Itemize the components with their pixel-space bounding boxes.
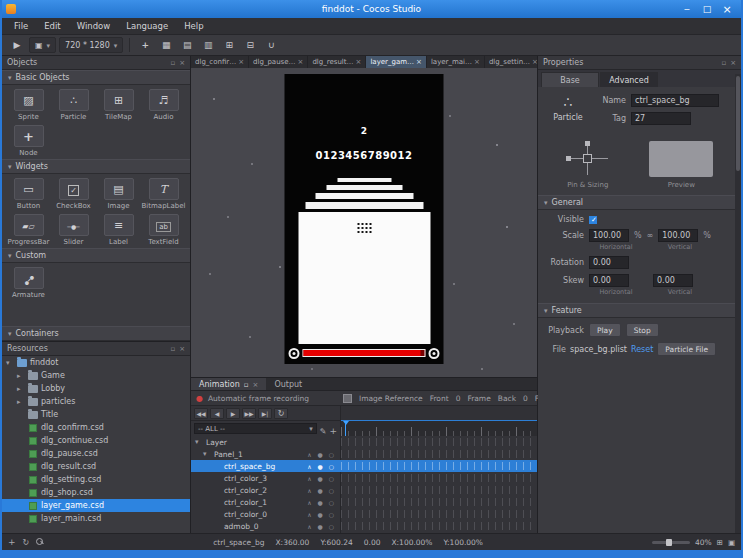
menu-item[interactable]: Language (118, 18, 176, 34)
resource-item[interactable]: dlg_confirm.csd (2, 421, 190, 434)
tab-advanced[interactable]: Advanced (600, 72, 658, 87)
timeline-ruler[interactable] (341, 406, 537, 436)
timeline-track[interactable] (341, 520, 537, 532)
toolbar-button[interactable] (199, 37, 217, 53)
resource-item[interactable]: Lobby (2, 382, 190, 395)
toolbar-button[interactable] (262, 37, 280, 53)
palette-item[interactable]: ProgressBar (6, 214, 51, 246)
expand-arrow-icon[interactable] (203, 450, 211, 458)
timeline-track[interactable] (341, 460, 537, 472)
skew-x-field[interactable] (589, 274, 629, 287)
document-tab[interactable]: layer_gam… (366, 56, 427, 68)
layer-toggle-icons[interactable] (307, 475, 340, 482)
close-tab-icon[interactable] (356, 58, 362, 66)
menu-item[interactable]: File (6, 18, 36, 34)
menu-item[interactable]: Help (176, 18, 211, 34)
toolbar-button[interactable] (220, 37, 238, 53)
palette-item[interactable]: TextField (141, 214, 186, 246)
reset-link[interactable]: Reset (631, 345, 653, 354)
section-general[interactable]: General (538, 195, 741, 210)
scale-y-field[interactable] (658, 229, 698, 242)
layer-toggle-icons[interactable] (307, 463, 340, 470)
minimize-button[interactable] (677, 3, 697, 16)
resource-item[interactable]: dlg_continue.csd (2, 434, 190, 447)
timeline-track[interactable] (341, 472, 537, 484)
palette-item[interactable]: Audio (141, 89, 186, 121)
grid-view-icon[interactable] (717, 538, 723, 547)
tag-field[interactable] (631, 112, 691, 125)
maximize-button[interactable] (697, 3, 717, 16)
record-icon[interactable] (196, 394, 203, 403)
document-tab[interactable]: dlg_result… (308, 56, 366, 68)
close-tab-icon[interactable] (238, 58, 244, 66)
panel-close-icon[interactable] (179, 59, 185, 67)
close-tab-icon[interactable] (298, 58, 304, 66)
expand-arrow-icon[interactable] (17, 385, 25, 393)
scrollbar-thumb[interactable] (736, 76, 740, 171)
layer-toggle-icons[interactable] (307, 487, 340, 494)
design-canvas[interactable]: 2 0123456789012 (191, 68, 537, 377)
scale-x-field[interactable] (589, 229, 629, 242)
tab-animation[interactable]: Animation (191, 378, 266, 390)
toolbar-button[interactable] (178, 37, 196, 53)
timeline-layer-row[interactable]: ctrl_color_1 (191, 496, 537, 508)
close-button[interactable] (717, 3, 737, 16)
timeline-track[interactable] (341, 484, 537, 496)
toolbar-button[interactable] (241, 37, 259, 53)
section-feature[interactable]: Feature (538, 303, 741, 318)
play-button[interactable]: Play (589, 323, 621, 337)
menu-item[interactable]: Edit (36, 18, 68, 34)
palette-item[interactable]: Sprite (6, 89, 51, 121)
tab-output[interactable]: Output (266, 378, 310, 390)
toolbar-button[interactable] (136, 37, 154, 53)
resource-item[interactable]: dlg_result.csd (2, 460, 190, 473)
palette-item[interactable]: Particle (51, 89, 96, 121)
panel-float-icon[interactable] (721, 59, 726, 67)
timeline-layer-row[interactable]: Panel_1 (191, 448, 537, 460)
panel-close-icon[interactable] (179, 345, 185, 353)
transport-button[interactable] (274, 408, 288, 419)
timeline-layer-row[interactable]: ctrl_color_2 (191, 484, 537, 496)
zoom-slider-thumb[interactable] (666, 539, 672, 546)
expand-arrow-icon[interactable] (17, 398, 25, 406)
refresh-icon[interactable] (23, 537, 30, 547)
resource-item[interactable]: layer_main.csd (2, 512, 190, 525)
panel-float-icon[interactable] (170, 345, 175, 353)
timeline-layer-row[interactable]: ctrl_color_0 (191, 508, 537, 520)
document-tab[interactable]: layer_mai… (427, 56, 485, 68)
fit-screen-icon[interactable] (728, 538, 735, 547)
resource-item[interactable]: dlg_shop.csd (2, 486, 190, 499)
tab-pin-icon[interactable] (244, 380, 249, 389)
palette-item[interactable]: Slider (51, 214, 96, 246)
resource-item[interactable]: Title (2, 408, 190, 421)
timeline-layer-row[interactable]: admob_0 (191, 520, 537, 532)
timeline-layer-row[interactable]: Layer (191, 436, 537, 448)
resource-item[interactable]: Game (2, 369, 190, 382)
layer-toggle-icons[interactable] (307, 511, 340, 518)
palette-item[interactable]: CheckBox (51, 178, 96, 210)
document-tab[interactable]: dlg_settin… (485, 56, 537, 68)
expand-arrow-icon[interactable] (17, 372, 25, 380)
pin-sizing-widget[interactable] (566, 141, 610, 177)
visible-checkbox[interactable] (589, 216, 597, 224)
timeline-track[interactable] (341, 436, 537, 448)
search-icon[interactable] (36, 538, 44, 546)
device-dropdown[interactable] (29, 37, 56, 53)
panel-float-icon[interactable] (170, 59, 175, 67)
section-custom[interactable]: Custom (2, 248, 190, 263)
skew-y-field[interactable] (653, 274, 693, 287)
layer-toggle-icons[interactable] (307, 499, 340, 506)
palette-item[interactable]: BitmapLabel (141, 178, 186, 210)
close-tab-icon[interactable] (474, 58, 480, 66)
palette-item[interactable]: TileMap (96, 89, 141, 121)
playhead-marker[interactable] (343, 421, 348, 436)
transport-button[interactable] (258, 408, 272, 419)
title-bar[interactable]: finddot - Cocos Studio (2, 0, 741, 18)
front-value[interactable]: 0 (456, 394, 461, 403)
properties-scrollbar[interactable] (735, 74, 741, 533)
layer-toggle-icons[interactable] (307, 523, 340, 530)
palette-item[interactable]: Image (96, 178, 141, 210)
stop-button[interactable]: Stop (626, 323, 659, 337)
close-tab-icon[interactable] (416, 58, 422, 66)
palette-item[interactable]: Node (6, 125, 51, 157)
